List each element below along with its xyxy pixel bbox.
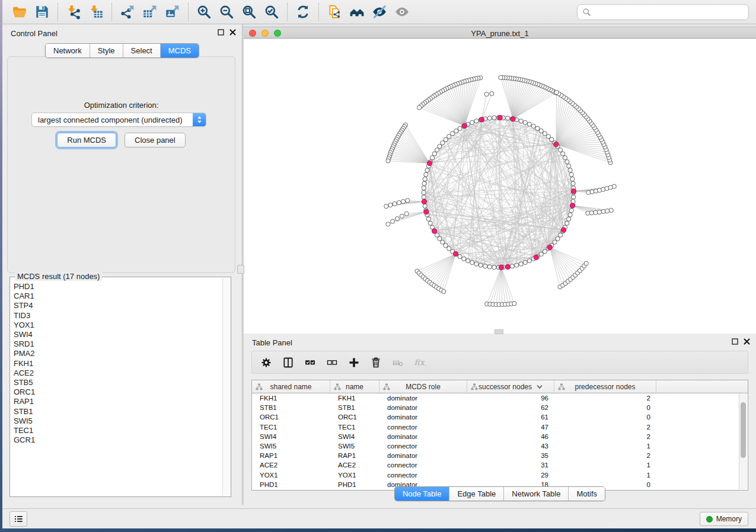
horizontal-splitter-handle[interactable] [495,329,503,334]
column-header-predecessor-nodes[interactable]: predecessor nodes [554,380,656,393]
mcds-result-item[interactable]: PMA2 [14,349,222,358]
mcds-result-item[interactable]: ORC1 [14,387,222,397]
run-mcds-button[interactable]: Run MCDS [57,133,116,148]
memory-button[interactable]: Memory [700,512,748,526]
task-history-button[interactable] [9,511,27,527]
mcds-result-item[interactable]: SWI4 [14,330,222,339]
control-tab-style[interactable]: Style [90,44,123,57]
mcds-result-item[interactable]: FKH1 [14,359,222,368]
zoom-fit-button[interactable] [238,2,260,22]
table-scrollbar[interactable] [739,394,747,489]
table-tab-network-table[interactable]: Network Table [504,487,569,501]
search-input[interactable] [595,8,744,17]
table-row[interactable]: RAP1RAP1dominator352 [252,451,739,460]
mcds-result-item[interactable]: TID3 [14,311,222,321]
split-panel-icon [282,357,294,368]
show-all-button[interactable] [391,2,413,22]
table-cell: FKH1 [330,395,379,402]
close-panel-button[interactable]: Close panel [125,133,186,148]
import-table-icon [88,4,104,20]
table-cell: ORC1 [330,414,379,421]
import-network-button[interactable] [62,2,85,22]
mcds-result-item[interactable]: CAR1 [14,291,222,301]
mcds-result-item[interactable]: RAP1 [14,397,222,406]
table-cell: 43 [467,443,554,450]
export-table-button[interactable] [139,2,161,22]
unselect-all-columns-button[interactable] [323,354,341,371]
close-panel-icon[interactable] [229,29,236,36]
mcds-result-item[interactable]: STB5 [14,378,222,387]
memory-status-icon [706,516,713,523]
select-all-columns-button[interactable] [301,354,319,371]
float-table-panel-icon[interactable] [732,338,738,345]
zoom-in-button[interactable] [193,2,215,22]
optimization-criterion-label: Optimization criterion: [8,101,235,110]
table-row[interactable]: FKH1FKH1dominator962 [252,393,739,403]
table-cell: ACE2 [252,462,330,469]
clone-network-button[interactable] [323,2,346,22]
network-window-titlebar[interactable]: YPA_prune.txt_1 [244,27,756,39]
control-tab-network[interactable]: Network [46,44,90,57]
float-panel-icon[interactable] [218,29,224,36]
open-session-icon [12,4,27,20]
mcds-result-item[interactable]: ACE2 [14,368,222,378]
column-header-MCDS-role[interactable]: MCDS role [379,380,467,393]
export-network-icon [120,4,135,20]
control-tab-mcds[interactable]: MCDS [161,44,199,57]
delete-columns-button[interactable] [366,354,385,371]
export-image-button[interactable] [161,2,184,22]
mcds-result-item[interactable]: YOX1 [14,321,222,330]
mcds-result-item[interactable]: SRD1 [14,339,222,349]
split-panel-button[interactable] [279,354,297,371]
open-session-button[interactable] [8,2,31,22]
zoom-out-button[interactable] [215,2,238,22]
table-row[interactable]: ORC1ORC1dominator610 [252,412,739,422]
hide-selected-button[interactable] [368,2,391,22]
save-session-button[interactable] [31,2,53,22]
column-header-name[interactable]: name [330,380,379,393]
table-body: FKH1FKH1dominator962STB1STB1dominator620… [252,393,739,490]
import-table-button[interactable] [85,2,107,22]
table-row[interactable]: SWI5SWI5connector431 [252,441,739,451]
table-settings-button[interactable] [257,354,275,371]
table-row[interactable]: SWI4SWI4dominator462 [252,432,739,441]
column-header-successor-nodes[interactable]: successor nodes [467,380,554,393]
zoom-selected-icon [264,4,279,20]
table-row[interactable]: TEC1TEC1connector472 [252,422,739,432]
refresh-view-button[interactable] [292,2,314,22]
refresh-view-icon [295,4,311,20]
mcds-result-scrollbar[interactable] [222,278,230,496]
network-canvas[interactable] [244,39,756,334]
table-tab-motifs[interactable]: Motifs [569,487,605,501]
mcds-result-item[interactable]: PHD1 [14,282,222,291]
column-header-shared-name[interactable]: shared name [252,380,330,393]
first-neighbors-button[interactable] [346,2,368,22]
mcds-result-item[interactable]: STP4 [14,301,222,310]
export-network-button[interactable] [116,2,139,22]
control-tab-select[interactable]: Select [123,44,161,57]
mcds-result-item[interactable]: SWI5 [14,416,222,426]
table-scrollbar-thumb[interactable] [741,402,746,457]
vertical-splitter-handle[interactable] [237,265,244,274]
table-cell: connector [379,443,467,450]
table-tab-edge-table[interactable]: Edge Table [449,487,504,501]
table-row[interactable]: YOX1YOX1connector291 [252,470,739,480]
attribute-type-icon [383,383,390,390]
zoom-selected-button[interactable] [260,2,283,22]
search-box[interactable] [577,4,749,20]
close-table-panel-icon[interactable] [744,338,750,345]
criterion-dropdown[interactable]: largest connected component (undirected) [31,113,206,127]
attribute-type-icon [471,383,478,390]
table-cell: 47 [467,424,554,431]
table-row[interactable]: ACE2ACE2connector311 [252,460,739,470]
table-cell: dominator [379,404,467,411]
add-column-button[interactable] [344,354,363,371]
mcds-result-item[interactable]: GCR1 [14,435,222,445]
mcds-result-item[interactable]: TEC1 [14,426,222,435]
table-row[interactable]: STB1STB1dominator620 [252,403,739,412]
mcds-result-list[interactable]: PHD1CAR1STP4TID3YOX1SWI4SRD1PMA2FKH1ACE2… [14,282,222,495]
table-tab-node-table[interactable]: Node Table [395,487,450,501]
mcds-result-item[interactable]: STB1 [14,407,222,416]
table-cell: 1 [554,472,656,479]
network-view-panel: YPA_prune.txt_1 [244,24,756,334]
